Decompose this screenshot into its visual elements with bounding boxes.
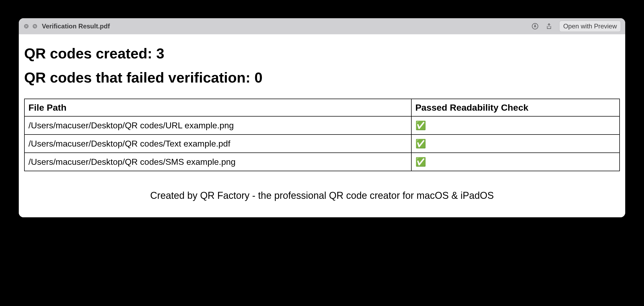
fullscreen-icon[interactable]: [32, 23, 38, 29]
quicklook-window: Verification Result.pdf Open with Previe…: [19, 18, 625, 217]
header-file-path: File Path: [24, 99, 411, 116]
svg-point-1: [33, 24, 37, 29]
table-row: /Users/macuser/Desktop/QR codes/SMS exam…: [24, 153, 620, 171]
table-row: /Users/macuser/Desktop/QR codes/Text exa…: [24, 135, 620, 153]
header-passed: Passed Readability Check: [411, 99, 620, 116]
heading-created: QR codes created: 3: [24, 45, 620, 62]
document-content: QR codes created: 3 QR codes that failed…: [19, 34, 625, 217]
titlebar-right-controls: Open with Preview: [531, 21, 621, 32]
window-title: Verification Result.pdf: [42, 23, 110, 30]
titlebar: Verification Result.pdf Open with Previe…: [19, 18, 625, 34]
share-icon[interactable]: [545, 23, 553, 30]
cell-passed: ✅: [411, 135, 620, 153]
titlebar-left-controls: Verification Result.pdf: [23, 23, 110, 30]
table-row: /Users/macuser/Desktop/QR codes/URL exam…: [24, 116, 620, 135]
cell-passed: ✅: [411, 153, 620, 171]
markup-icon[interactable]: [531, 23, 539, 30]
cell-file-path: /Users/macuser/Desktop/QR codes/SMS exam…: [24, 153, 411, 171]
footer-credit: Created by QR Factory - the professional…: [24, 190, 620, 201]
svg-point-2: [532, 23, 538, 29]
results-table: File Path Passed Readability Check /User…: [24, 99, 620, 171]
heading-failed: QR codes that failed verification: 0: [24, 69, 620, 86]
table-header-row: File Path Passed Readability Check: [24, 99, 620, 116]
cell-file-path: /Users/macuser/Desktop/QR codes/Text exa…: [24, 135, 411, 153]
cell-passed: ✅: [411, 116, 620, 135]
cell-file-path: /Users/macuser/Desktop/QR codes/URL exam…: [24, 116, 411, 135]
open-with-preview-button[interactable]: Open with Preview: [559, 21, 621, 32]
close-icon[interactable]: [23, 23, 30, 29]
